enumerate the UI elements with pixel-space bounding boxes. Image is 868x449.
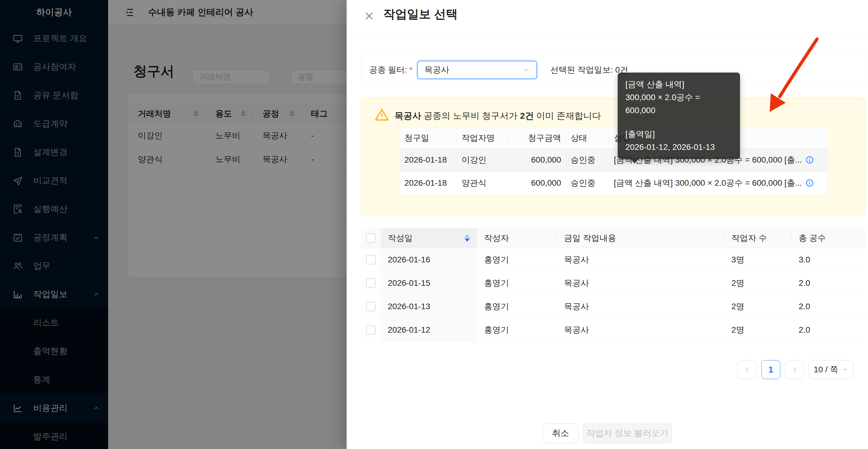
warning-icon <box>374 107 389 122</box>
col-status: 상태 <box>566 128 609 148</box>
row-checkbox[interactable] <box>366 255 376 264</box>
col-worker-count: 작업자 수 <box>724 228 792 248</box>
tooltip-line: [금액 산출 내역] <box>625 78 732 91</box>
prev-page-button[interactable] <box>738 360 756 379</box>
tooltip-line: [출역일] <box>625 128 732 141</box>
duplicate-invoice-alert: 목공사 공종의 노무비 청구서가 2건 이미 존재합니다 청구일 작업자명 청구… <box>361 98 866 216</box>
select-all-checkbox[interactable] <box>366 233 376 243</box>
table-row[interactable]: 2026-01-12 홍영기 목공사 2명 2.0 <box>361 318 866 342</box>
col-work-content: 금일 작업내용 <box>557 228 724 248</box>
col-author: 작성자 <box>477 228 557 248</box>
alert-message: 목공사 공종의 노무비 청구서가 2건 이미 존재합니다 <box>395 110 601 122</box>
work-report-table-header: 작성일 작성자 금일 작업내용 작업자 수 총 공수 <box>361 228 866 248</box>
trade-filter-box: 공종 필터: * 목공사 선택된 작업일보: 0건 <box>361 53 866 87</box>
amount-detail-tooltip: [금액 산출 내역] 300,000 × 2.0공수 = 600,000 [출역… <box>618 72 740 159</box>
trade-filter-select[interactable]: 목공사 <box>417 61 537 79</box>
table-row: 2026-01-18 양관식 600,000 승인중 [금액 산출 내역] 30… <box>400 171 827 195</box>
chevron-left-icon <box>744 366 751 373</box>
col-worker-name: 작업자명 <box>457 128 507 148</box>
table-row[interactable]: 2026-01-13 홍영기 목공사 2명 2.0 <box>361 295 866 318</box>
cancel-button[interactable]: 취소 <box>543 423 578 443</box>
screen: 하이공사 프로젝트 개요 공사참여자 공유 문서함 도급계약 설계변경 비교견적… <box>0 0 868 449</box>
drawer-footer: 취소 작업자 정보 불러오기 <box>347 423 868 443</box>
work-report-table: 작성일 작성자 금일 작업내용 작업자 수 총 공수 2026-01-16 홍영… <box>361 228 866 342</box>
existing-invoices-table: 청구일 작업자명 청구금액 상태 설명 2026-01-18 이강인 600,0… <box>400 128 827 195</box>
row-checkbox[interactable] <box>366 302 376 311</box>
table-row[interactable]: 2026-01-15 홍영기 목공사 2명 2.0 <box>361 271 866 295</box>
table-row[interactable]: 2026-01-16 홍영기 목공사 3명 3.0 <box>361 248 866 271</box>
drawer-header: 작업일보 선택 <box>347 0 868 37</box>
row-checkbox[interactable] <box>366 325 376 335</box>
drawer-title: 작업일보 선택 <box>383 6 458 22</box>
table-row: 2026-01-18 이강인 600,000 승인중 [금액 산출 내역] 30… <box>400 149 827 171</box>
work-report-select-drawer: 작업일보 선택 공종 필터: * 목공사 선택된 작업일보: 0건 목공사 공종… <box>347 0 868 449</box>
info-icon[interactable] <box>805 179 814 187</box>
next-page-button[interactable] <box>785 360 804 379</box>
pagination: 1 10 / 쪽 <box>738 360 854 379</box>
row-checkbox[interactable] <box>366 279 376 288</box>
selected-count-text: 선택된 작업일보: 0건 <box>550 64 628 75</box>
tooltip-caret <box>630 158 639 163</box>
col-total-manhours: 총 공수 <box>792 228 866 248</box>
trade-filter-value: 목공사 <box>424 64 449 75</box>
col-invoice-date: 청구일 <box>400 128 457 148</box>
chevron-right-icon <box>791 366 798 373</box>
chevron-down-icon <box>522 66 530 74</box>
tooltip-line: 300,000 × 2.0공수 = 600,000 <box>625 91 732 117</box>
load-worker-info-button[interactable]: 작업자 정보 불러오기 <box>583 423 672 443</box>
col-created-date[interactable]: 작성일 <box>381 228 477 248</box>
tooltip-line: 2026-01-12, 2026-01-13 <box>625 141 732 154</box>
page-size-select[interactable]: 10 / 쪽 <box>809 360 854 379</box>
existing-invoices-header: 청구일 작업자명 청구금액 상태 설명 <box>400 128 827 149</box>
close-icon[interactable] <box>364 11 374 21</box>
chevron-down-icon <box>842 366 849 373</box>
required-mark: * <box>409 65 413 75</box>
col-invoice-amount: 청구금액 <box>507 128 566 148</box>
trade-filter-label: 공종 필터: <box>369 64 407 75</box>
sort-icon <box>465 234 470 242</box>
page-1-button[interactable]: 1 <box>761 360 780 379</box>
info-icon[interactable] <box>805 156 814 164</box>
